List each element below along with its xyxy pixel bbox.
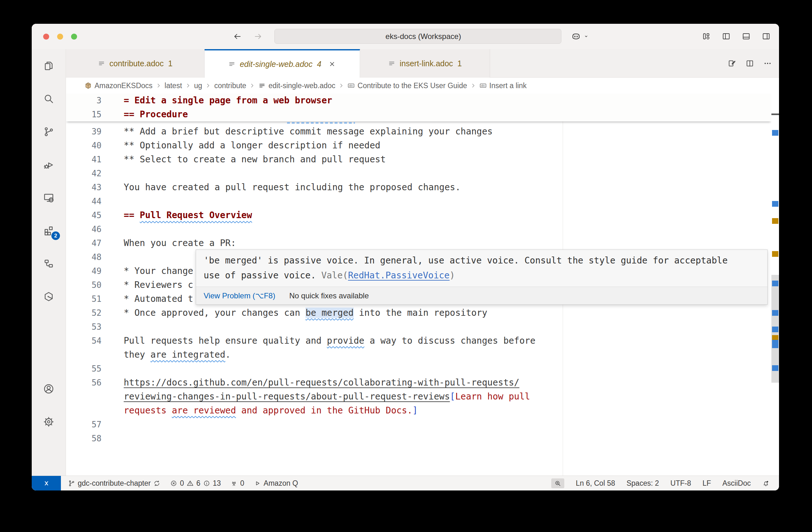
copilot-menu[interactable] [571, 31, 589, 42]
editor[interactable]: 39** Add a brief but descriptive commit … [66, 93, 779, 476]
minimize-window-button[interactable] [57, 34, 63, 40]
editor-line[interactable]: 53 [66, 320, 779, 334]
sidebar-item-explorer[interactable] [32, 49, 66, 82]
debug-icon [43, 159, 55, 171]
sidebar-item-source-control[interactable] [32, 115, 66, 148]
zoom-window-button[interactable] [71, 34, 77, 40]
breadcrumb-item[interactable]: latest [165, 82, 182, 90]
flow-icon [43, 258, 55, 269]
editor-line[interactable]: 43You have created a pull request includ… [66, 180, 779, 194]
close-window-button[interactable] [43, 34, 49, 40]
open-changes-button[interactable] [728, 59, 737, 68]
status-notifications[interactable] [762, 480, 769, 487]
sidebar-item-accounts[interactable] [32, 372, 66, 405]
breadcrumb-item[interactable]: abcContribute to the EKS User Guide [347, 82, 467, 90]
editor-line[interactable]: 39** Add a brief but descriptive commit … [66, 124, 779, 138]
sidebar-item-run-debug[interactable] [32, 148, 66, 181]
editor-line[interactable]: 44 [66, 194, 779, 208]
problem-source-link[interactable]: RedHat.PassiveVoice [348, 270, 449, 281]
tab-contribute-adoc[interactable]: contribute.adoc1 [66, 49, 205, 78]
close-tab-button[interactable] [328, 60, 336, 68]
remote-explorer-icon [43, 192, 55, 204]
editor-group: contribute.adoc1edit-single-web.adoc4ins… [66, 49, 779, 476]
toggle-secondary-sidebar-button[interactable] [762, 32, 771, 41]
status-branch[interactable]: gdc-contribute-chapter [68, 479, 160, 488]
line-number: 42 [66, 166, 102, 180]
status-problems[interactable]: 0613 [170, 479, 221, 488]
status-encoding[interactable]: UTF-8 [670, 479, 691, 488]
editor-line[interactable]: 55 [66, 362, 779, 376]
split-editor-button[interactable] [745, 59, 754, 68]
sidebar-item-remote-explorer[interactable] [32, 181, 66, 214]
breadcrumb-item[interactable]: ug [194, 82, 202, 90]
tab-edit-single-web-adoc[interactable]: edit-single-web.adoc4 [205, 49, 360, 78]
status-language-mode[interactable]: AsciiDoc [723, 479, 751, 488]
editor-line[interactable]: 54Pull requests help ensure quality and … [66, 334, 779, 348]
back-button[interactable] [232, 32, 242, 41]
breadcrumb-item[interactable]: contribute [214, 82, 246, 90]
status-eol[interactable]: LF [702, 479, 711, 488]
extensions-badge: 2 [52, 232, 60, 240]
editor-line[interactable]: 58 [66, 431, 779, 445]
window-controls [43, 34, 77, 40]
editor-line[interactable]: 56https://docs.github.com/en/pull-reques… [66, 376, 779, 390]
line-number: 57 [66, 417, 102, 431]
toggle-panel-button[interactable] [742, 32, 751, 41]
more-actions-button[interactable] [763, 59, 772, 68]
editor-line[interactable]: requests are reviewed and approved in th… [66, 403, 779, 417]
breadcrumb-item[interactable]: edit-single-web.adoc [258, 82, 335, 90]
status-ports[interactable]: 0 [230, 479, 244, 488]
editor-line[interactable]: 41** Select to create a new branch and p… [66, 152, 779, 166]
tab-problem-count: 1 [458, 59, 462, 68]
editor-line[interactable]: 57 [66, 417, 779, 431]
editor-line[interactable]: reviewing-changes-in-pull-requests/about… [66, 390, 779, 403]
abc-icon: abc [479, 82, 487, 89]
sidebar-item-search[interactable] [32, 82, 66, 115]
sticky-line[interactable]: 3= Edit a single page from a web browser [66, 93, 771, 107]
status-zoom-status[interactable] [551, 478, 564, 488]
forward-button[interactable] [253, 32, 263, 41]
vscode-window: eks-docs (Workspace) 2 contribute.adoc1e… [32, 24, 779, 490]
command-center[interactable]: eks-docs (Workspace) [274, 29, 562, 44]
editor-line[interactable]: 42 [66, 166, 779, 180]
sidebar-item-settings[interactable] [32, 405, 66, 438]
copilot-icon [571, 31, 581, 42]
account-icon [43, 383, 55, 395]
editor-line[interactable]: 47When you create a PR: [66, 236, 779, 250]
zoom-in-icon [554, 480, 562, 487]
warning-mark [772, 251, 778, 257]
editor-line[interactable]: 40** Optionally add a longer description… [66, 138, 779, 152]
breadcrumb-item[interactable]: abcInsert a link [479, 82, 527, 90]
line-number: 56 [66, 376, 102, 390]
status-amazon-q[interactable]: Amazon Q [254, 479, 298, 488]
customize-layout-button[interactable] [701, 32, 711, 41]
breadcrumb-separator-icon [155, 82, 162, 89]
line-number: 44 [66, 194, 102, 208]
toggle-primary-sidebar-button[interactable] [722, 32, 731, 41]
editor-line[interactable]: 45== Pull Request Overview [66, 208, 779, 222]
command-center-label: eks-docs (Workspace) [386, 32, 461, 41]
status-cursor-position[interactable]: Ln 6, Col 58 [576, 479, 615, 488]
breadcrumb-item[interactable]: AmazonEKSDocs [84, 82, 153, 90]
remote-indicator[interactable] [32, 476, 61, 491]
info-mark [772, 310, 778, 316]
view-problem-link[interactable]: View Problem (⌥F8) [204, 291, 275, 300]
editor-line[interactable]: 52* Once approved, your changes can be m… [66, 306, 779, 320]
breadcrumb: AmazonEKSDocslatestugcontributeedit-sing… [66, 78, 779, 93]
line-number: 40 [66, 138, 102, 152]
sidebar-item-org-chart-view[interactable] [32, 247, 66, 280]
info-mark [772, 130, 778, 136]
editor-line[interactable]: they are integrated. [66, 348, 779, 362]
tab-label: edit-single-web.adoc [240, 60, 313, 69]
line-number: 43 [66, 180, 102, 194]
search-icon [375, 33, 382, 40]
adoc-file-icon [98, 60, 105, 67]
editor-line[interactable]: 46 [66, 222, 779, 236]
sidebar-item-extensions[interactable]: 2 [32, 214, 66, 247]
sidebar-item-hexagon-tool-view[interactable] [32, 280, 66, 313]
status-indentation[interactable]: Spaces: 2 [626, 479, 659, 488]
line-number: 54 [66, 334, 102, 348]
problem-hover-footer: View Problem (⌥F8) No quick fixes availa… [196, 286, 767, 304]
tab-insert-link-adoc[interactable]: insert-link.adoc1 [360, 49, 490, 78]
sticky-line[interactable]: 15== Procedure [66, 107, 771, 121]
